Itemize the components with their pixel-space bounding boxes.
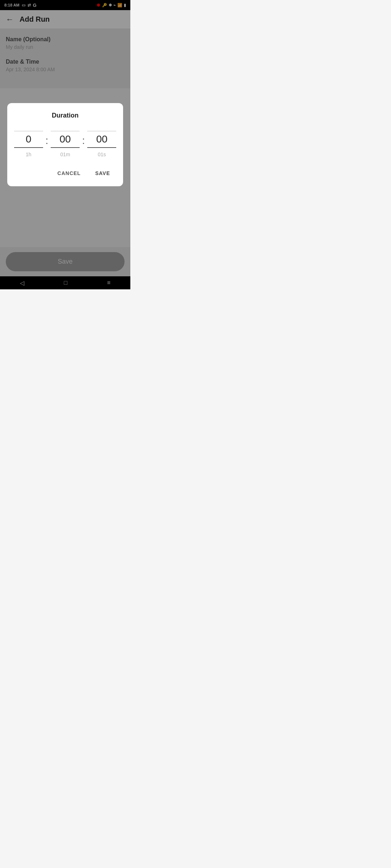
duration-dialog: Duration 0 1h : 00 01m : <box>7 103 123 187</box>
hours-top-line <box>14 131 43 132</box>
hours-bottom-line <box>14 147 43 148</box>
separator-2: : <box>81 135 87 146</box>
minutes-top-line <box>51 131 80 132</box>
time-picker: 0 1h : 00 01m : 00 01s <box>13 131 117 158</box>
minutes-bottom-line <box>51 147 80 148</box>
seconds-bottom-line <box>87 147 116 148</box>
hours-column[interactable]: 0 1h <box>13 131 44 158</box>
dialog-buttons: CANCEL SAVE <box>13 167 117 179</box>
seconds-column[interactable]: 00 01s <box>87 131 117 158</box>
dialog-title: Duration <box>13 112 117 119</box>
cancel-button[interactable]: CANCEL <box>53 167 85 179</box>
hours-label: 1h <box>26 152 31 157</box>
seconds-value: 00 <box>96 134 108 144</box>
minutes-value: 00 <box>59 134 71 144</box>
seconds-label: 01s <box>98 152 106 157</box>
modal-overlay: Duration 0 1h : 00 01m : <box>0 0 130 289</box>
seconds-top-line <box>87 131 116 132</box>
hours-value: 0 <box>26 134 31 144</box>
separator-1: : <box>44 135 50 146</box>
minutes-label: 01m <box>60 152 70 157</box>
save-button[interactable]: SAVE <box>91 167 114 179</box>
minutes-column[interactable]: 00 01m <box>50 131 80 158</box>
